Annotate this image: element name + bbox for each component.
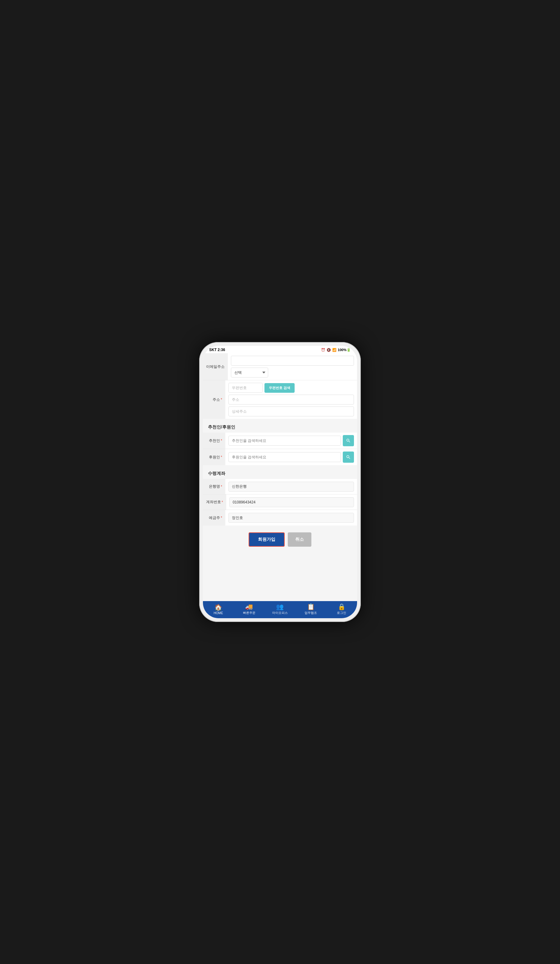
referrer-search-icon <box>346 438 351 443</box>
postal-input[interactable] <box>229 383 263 393</box>
nav-item-quick-order[interactable]: 🚚 빠른주문 <box>242 604 257 615</box>
bank-name-label: 은행명* <box>203 479 225 494</box>
sponsor-search-button[interactable] <box>343 451 354 463</box>
sponsor-required-star: * <box>221 455 222 459</box>
cancel-button[interactable]: 취소 <box>288 532 312 547</box>
nav-item-my-office[interactable]: 👥 마이오피스 <box>272 604 288 615</box>
email-input[interactable] <box>231 356 354 366</box>
bank-section-title: 수령계좌 <box>203 467 357 479</box>
account-holder-field-container <box>225 510 357 526</box>
nav-label-my-office: 마이오피스 <box>272 611 288 615</box>
login-icon: 🔒 <box>338 604 346 610</box>
bank-name-required-star: * <box>221 485 222 489</box>
phone-device: SKT 2:36 ⏰ 🔇 📶 100%🔋 이메일주소 선택 gmail. <box>199 342 361 622</box>
action-buttons-container: 회원가입 취소 <box>203 528 357 552</box>
detail-address-input[interactable] <box>229 406 354 416</box>
my-office-icon: 👥 <box>276 604 284 610</box>
email-section: 이메일주소 선택 gmail.com naver.com daum.net na… <box>203 353 357 419</box>
status-bar: SKT 2:36 ⏰ 🔇 📶 100%🔋 <box>203 346 357 353</box>
work-coop-icon: 📋 <box>307 604 315 610</box>
quick-order-icon: 🚚 <box>245 604 253 610</box>
email-row: 이메일주소 선택 gmail.com naver.com daum.net na… <box>203 353 357 380</box>
register-button[interactable]: 회원가입 <box>248 532 285 547</box>
sponsor-field-container <box>225 449 357 465</box>
nav-item-login[interactable]: 🔒 로그인 <box>334 604 349 615</box>
referrer-section: 추천인* <box>203 433 357 465</box>
account-holder-label: 예금주* <box>203 510 225 526</box>
sponsor-search-input[interactable] <box>229 452 341 462</box>
account-holder-row: 예금주* <box>203 510 357 526</box>
nav-label-quick-order: 빠른주문 <box>243 611 255 615</box>
carrier-time: SKT 2:36 <box>209 348 225 352</box>
sponsor-search-icon <box>346 454 351 459</box>
account-number-field-container <box>226 495 357 510</box>
mute-icon: 🔇 <box>326 348 331 352</box>
bottom-navigation: 🏠 HOME 🚚 빠른주문 👥 마이오피스 📋 업무협조 🔒 로그인 <box>203 601 357 618</box>
referrer-required-star: * <box>221 438 222 443</box>
sponsor-search-wrap <box>229 451 354 463</box>
referrer-field-container <box>225 433 357 449</box>
address-required-star: * <box>221 397 222 402</box>
nav-label-work-coop: 업무협조 <box>305 611 317 615</box>
account-number-input[interactable] <box>229 497 354 507</box>
content-area: 이메일주소 선택 gmail.com naver.com daum.net na… <box>203 353 357 601</box>
sponsor-label: 후원인* <box>203 449 225 465</box>
referrer-search-wrap <box>229 435 354 446</box>
email-label: 이메일주소 <box>203 353 228 380</box>
referrer-row: 추천인* <box>203 433 357 449</box>
account-number-required-star: * <box>222 500 223 505</box>
wifi-icon: 📶 <box>332 348 336 352</box>
referrer-label: 추천인* <box>203 433 225 449</box>
nav-item-work-coop[interactable]: 📋 업무협조 <box>303 604 318 615</box>
home-icon: 🏠 <box>214 604 222 611</box>
nav-label-login: 로그인 <box>337 611 346 615</box>
account-number-row: 계좌번호* <box>203 495 357 510</box>
address-row: 주소* 우편번호 검색 <box>203 380 357 419</box>
account-holder-required-star: * <box>221 516 222 520</box>
address-field-container: 우편번호 검색 <box>225 380 357 419</box>
postal-row: 우편번호 검색 <box>229 383 354 393</box>
address-input[interactable] <box>229 395 354 405</box>
referrer-search-button[interactable] <box>343 435 354 446</box>
nav-item-home[interactable]: 🏠 HOME <box>211 604 226 615</box>
status-icons: ⏰ 🔇 📶 100%🔋 <box>321 348 351 352</box>
account-number-label: 계좌번호* <box>203 495 226 510</box>
bank-name-field-container <box>225 479 357 494</box>
address-label: 주소* <box>203 380 225 419</box>
bank-section: 은행명* 계좌번호* 예금주* <box>203 479 357 526</box>
sponsor-row: 후원인* <box>203 449 357 465</box>
bank-name-input[interactable] <box>229 482 354 492</box>
referrer-section-title: 추천인/후원인 <box>203 421 357 433</box>
battery-icon: 100%🔋 <box>338 348 351 352</box>
referrer-search-input[interactable] <box>229 436 341 446</box>
account-holder-input[interactable] <box>229 513 354 523</box>
email-domain-select[interactable]: 선택 gmail.com naver.com daum.net nate.com <box>231 368 268 378</box>
nav-label-home: HOME <box>214 611 223 615</box>
email-field-container: 선택 gmail.com naver.com daum.net nate.com <box>228 353 357 380</box>
alarm-icon: ⏰ <box>321 348 325 352</box>
phone-screen: SKT 2:36 ⏰ 🔇 📶 100%🔋 이메일주소 선택 gmail. <box>203 346 357 618</box>
postal-search-button[interactable]: 우편번호 검색 <box>265 383 295 393</box>
bank-name-row: 은행명* <box>203 479 357 495</box>
